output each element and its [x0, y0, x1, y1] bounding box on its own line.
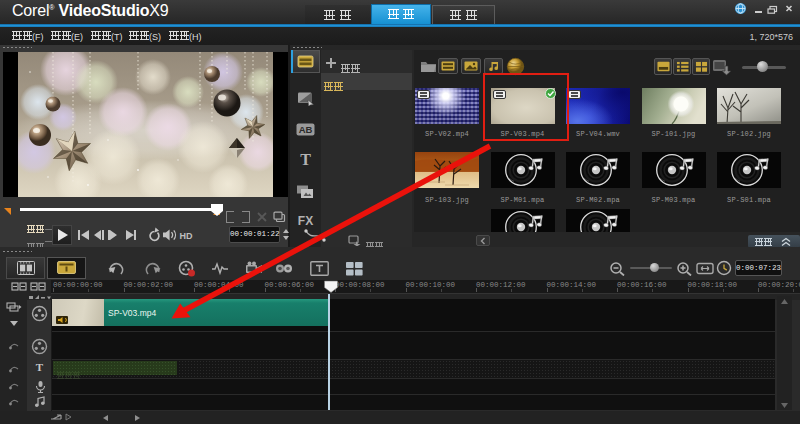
svg-text:AB: AB	[299, 124, 313, 135]
svg-text:HD: HD	[180, 231, 193, 241]
